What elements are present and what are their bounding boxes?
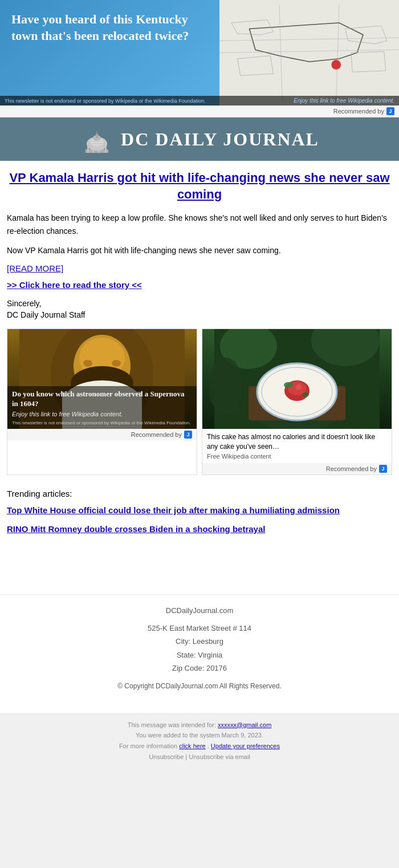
update-prefs-link[interactable]: Update your preferences <box>211 743 280 749</box>
svg-rect-16 <box>96 131 97 134</box>
footer-state: State: Virginia <box>7 648 392 662</box>
ad-card-astronomer-recommended: Recommended by J <box>7 429 197 440</box>
bottom-message: This message was intended for: xxxxxx@gm… <box>0 713 399 769</box>
bottom-line1-pre: This message was intended for: <box>128 721 218 728</box>
svg-rect-0 <box>219 5 399 101</box>
trending-section: Trending articles: Top White House offic… <box>0 489 399 549</box>
bottom-email-link[interactable]: xxxxxx@gmail.com <box>218 721 271 728</box>
astronomer-j-badge: J <box>184 431 192 439</box>
footer-address: 525-K East Market Street # 114 City: Lee… <box>7 622 392 675</box>
ad-card-astronomer-overlay: Do you know which astronomer observed a … <box>7 386 197 429</box>
bottom-line4: Unsubscribe | Unsubscribe via email <box>7 752 392 762</box>
astronomer-overlay-title: Do you know which astronomer observed a … <box>12 390 192 409</box>
cake-caption-text: This cake has almost no calories and it … <box>207 432 387 452</box>
footer-section: DCDailyJournal.com 525-K East Market Str… <box>0 594 399 713</box>
top-ad-disclaimer: This newsletter is not endorsed or spons… <box>5 98 206 104</box>
bottom-line1: This message was intended for: xxxxxx@gm… <box>7 720 392 731</box>
ad-card-cake[interactable]: This cake has almost no calories and it … <box>202 328 392 475</box>
trending-link-1[interactable]: Top White House official could lose thei… <box>7 504 392 516</box>
footer-city: City: Leesburg <box>7 635 392 648</box>
newsletter-header: DC DAILY JOURNAL <box>0 117 399 161</box>
svg-point-27 <box>83 360 92 367</box>
trending-heading: Trending articles: <box>7 489 392 498</box>
ad-card-astronomer-image: Do you know which astronomer observed a … <box>7 329 197 429</box>
recommended-bar-top: Recommended by J <box>0 106 399 117</box>
email-container: Have you heard of this Kentucky town tha… <box>0 0 399 769</box>
newsletter-logo: DC DAILY JOURNAL <box>7 122 392 156</box>
top-ad-map-link: Enjoy this link to free Wikipedia conten… <box>294 98 394 104</box>
footer-site: DCDailyJournal.com <box>7 606 392 615</box>
main-content: VP Kamala Harris got hit with life-chang… <box>0 161 399 489</box>
ad-card-astronomer[interactable]: Do you know which astronomer observed a … <box>7 328 197 475</box>
click-here-bottom[interactable]: click here <box>179 743 205 749</box>
trending-link-2[interactable]: RINO Mitt Romney double crosses Biden in… <box>7 523 392 535</box>
read-more-link[interactable]: [READ MORE] <box>7 263 392 273</box>
staff-name: DC Daily Journal Staff <box>7 310 392 319</box>
article-body-2: Now VP Kamala Harris got hit with life-c… <box>7 244 392 257</box>
top-ad-content: Have you heard of this Kentucky town tha… <box>0 0 219 106</box>
ad-card-cake-caption: This cake has almost no calories and it … <box>202 429 392 463</box>
ad-cards-row: Do you know which astronomer observed a … <box>7 328 392 475</box>
ad-card-cake-image <box>202 329 392 429</box>
footer-zip: Zip Code: 20176 <box>7 662 392 675</box>
recommended-by-top-text: Recommended by <box>333 108 384 115</box>
cake-background <box>202 329 392 429</box>
click-here-link[interactable]: >> Click here to read the story << <box>7 280 392 290</box>
newsletter-logo-text: DC DAILY JOURNAL <box>121 129 319 150</box>
svg-point-42 <box>296 384 302 390</box>
capitol-dome-icon <box>80 122 114 156</box>
j-badge-top: J <box>386 107 394 115</box>
svg-point-5 <box>331 60 341 70</box>
footer-copyright: © Copyright DCDailyJournal.com All Right… <box>7 682 392 690</box>
cake-j-badge: J <box>379 465 387 473</box>
svg-rect-15 <box>96 133 98 138</box>
map-svg <box>219 0 399 106</box>
cake-recommended-text: Recommended by <box>326 465 377 472</box>
top-ad-title: Have you heard of this Kentucky town tha… <box>11 11 208 44</box>
cake-caption-sub: Free Wikipedia content <box>207 453 387 460</box>
bottom-line2: You were added to the system March 9, 20… <box>7 730 392 741</box>
svg-point-43 <box>284 382 293 388</box>
article-headline: VP Kamala Harris got hit with life-chang… <box>7 170 392 202</box>
spacer <box>0 549 399 594</box>
astronomer-overlay-subtitle: Enjoy this link to free Wikipedia conten… <box>12 410 192 418</box>
article-body-1: Kamala has been trying to keep a low pro… <box>7 212 392 237</box>
footer-street: 525-K East Market Street # 114 <box>7 622 392 635</box>
article-headline-link[interactable]: VP Kamala Harris got hit with life-chang… <box>9 171 389 201</box>
bottom-line3: For more information click here . Update… <box>7 741 392 752</box>
cake-photo <box>202 329 392 429</box>
svg-point-33 <box>209 358 243 415</box>
astronomer-overlay-disclaimer: This newsletter is not endorsed or spons… <box>12 420 192 426</box>
astronomer-recommended-text: Recommended by <box>131 431 182 438</box>
top-ad-map <box>219 0 399 106</box>
ad-card-cake-recommended: Recommended by J <box>202 463 392 474</box>
top-ad-banner[interactable]: Have you heard of this Kentucky town tha… <box>0 0 399 106</box>
svg-point-28 <box>112 360 121 367</box>
top-ad-footer: This newsletter is not endorsed or spons… <box>0 96 399 106</box>
bottom-line3-pre: For more information <box>119 743 179 749</box>
sincerely-text: Sincerely, <box>7 299 392 308</box>
svg-point-44 <box>302 392 309 397</box>
